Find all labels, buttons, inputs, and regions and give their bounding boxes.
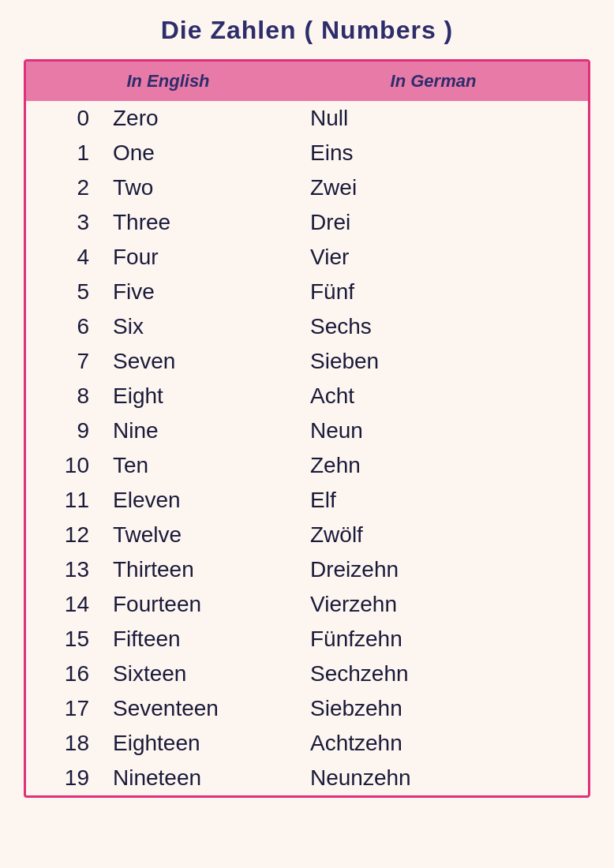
cell-german: Acht <box>294 383 572 409</box>
table-row: 12TwelveZwölf <box>26 518 588 552</box>
cell-english: Ten <box>105 453 294 478</box>
cell-number: 11 <box>42 488 105 513</box>
table-row: 15FifteenFünfzehn <box>26 622 588 657</box>
header-german: In German <box>294 71 572 92</box>
cell-english: Sixteen <box>105 661 294 687</box>
cell-english: Fifteen <box>105 627 294 652</box>
cell-number: 2 <box>42 175 105 200</box>
table-header: In English In German <box>26 62 588 101</box>
cell-german: Fünfzehn <box>294 627 572 652</box>
cell-number: 8 <box>42 383 105 409</box>
table-row: 5FiveFünf <box>26 275 588 309</box>
cell-german: Achtzehn <box>294 731 572 756</box>
cell-number: 10 <box>42 453 105 478</box>
cell-english: Two <box>105 175 294 200</box>
cell-number: 19 <box>42 765 105 791</box>
cell-german: Eins <box>294 140 572 166</box>
cell-number: 4 <box>42 245 105 270</box>
cell-german: Dreizehn <box>294 557 572 582</box>
table-row: 13ThirteenDreizehn <box>26 552 588 587</box>
cell-number: 16 <box>42 661 105 687</box>
cell-english: Seven <box>105 349 294 374</box>
cell-german: Neun <box>294 418 572 443</box>
cell-number: 3 <box>42 210 105 235</box>
cell-german: Zehn <box>294 453 572 478</box>
cell-number: 0 <box>42 106 105 131</box>
table-row: 18EighteenAchtzehn <box>26 726 588 761</box>
cell-number: 15 <box>42 627 105 652</box>
cell-english: Four <box>105 245 294 270</box>
cell-english: Fourteen <box>105 592 294 617</box>
cell-number: 1 <box>42 140 105 166</box>
cell-english: Five <box>105 279 294 305</box>
cell-english: Zero <box>105 106 294 131</box>
cell-german: Siebzehn <box>294 696 572 721</box>
cell-german: Elf <box>294 488 572 513</box>
cell-number: 5 <box>42 279 105 305</box>
cell-german: Sechs <box>294 314 572 339</box>
cell-english: One <box>105 140 294 166</box>
cell-english: Six <box>105 314 294 339</box>
cell-number: 9 <box>42 418 105 443</box>
cell-english: Nine <box>105 418 294 443</box>
cell-number: 13 <box>42 557 105 582</box>
cell-german: Sechzehn <box>294 661 572 687</box>
table-row: 19NineteenNeunzehn <box>26 761 588 795</box>
cell-german: Zwölf <box>294 522 572 548</box>
cell-english: Seventeen <box>105 696 294 721</box>
cell-english: Nineteen <box>105 765 294 791</box>
cell-german: Sieben <box>294 349 572 374</box>
cell-number: 7 <box>42 349 105 374</box>
table-row: 2TwoZwei <box>26 170 588 205</box>
table-row: 11ElevenElf <box>26 483 588 518</box>
cell-german: Fünf <box>294 279 572 305</box>
table-row: 7SevenSieben <box>26 344 588 379</box>
cell-number: 14 <box>42 592 105 617</box>
cell-english: Twelve <box>105 522 294 548</box>
numbers-table: In English In German 0ZeroNull1OneEins2T… <box>24 59 590 798</box>
cell-english: Thirteen <box>105 557 294 582</box>
cell-english: Eleven <box>105 488 294 513</box>
table-body: 0ZeroNull1OneEins2TwoZwei3ThreeDrei4Four… <box>26 101 588 795</box>
table-row: 17SeventeenSiebzehn <box>26 691 588 726</box>
cell-german: Drei <box>294 210 572 235</box>
cell-number: 12 <box>42 522 105 548</box>
table-row: 16SixteenSechzehn <box>26 657 588 691</box>
table-row: 3ThreeDrei <box>26 205 588 240</box>
cell-german: Vier <box>294 245 572 270</box>
cell-number: 17 <box>42 696 105 721</box>
table-row: 8EightAcht <box>26 379 588 413</box>
cell-english: Eighteen <box>105 731 294 756</box>
table-row: 1OneEins <box>26 136 588 170</box>
cell-german: Neunzehn <box>294 765 572 791</box>
cell-german: Zwei <box>294 175 572 200</box>
table-row: 14FourteenVierzehn <box>26 587 588 622</box>
header-english: In English <box>42 71 294 92</box>
table-row: 4FourVier <box>26 240 588 275</box>
cell-german: Vierzehn <box>294 592 572 617</box>
cell-number: 18 <box>42 731 105 756</box>
cell-english: Eight <box>105 383 294 409</box>
cell-german: Null <box>294 106 572 131</box>
page-title: Die Zahlen ( Numbers ) <box>161 16 454 45</box>
table-row: 10TenZehn <box>26 448 588 483</box>
table-row: 6SixSechs <box>26 309 588 344</box>
cell-number: 6 <box>42 314 105 339</box>
table-row: 9NineNeun <box>26 413 588 448</box>
table-row: 0ZeroNull <box>26 101 588 136</box>
cell-english: Three <box>105 210 294 235</box>
